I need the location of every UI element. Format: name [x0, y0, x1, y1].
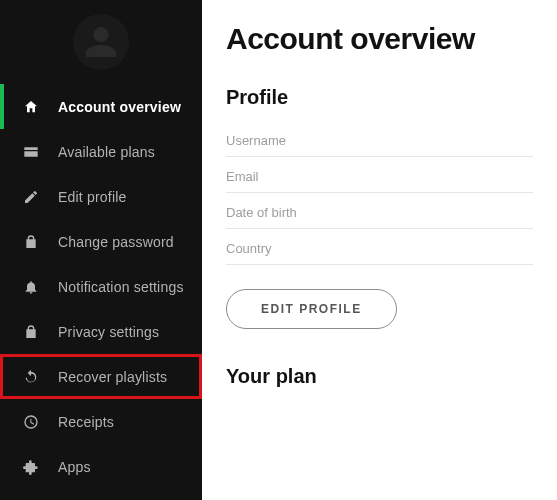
card-icon [22, 143, 40, 161]
refresh-icon [22, 368, 40, 386]
bell-icon [22, 278, 40, 296]
page-title: Account overview [226, 22, 533, 56]
sidebar-item-label: Receipts [58, 414, 114, 430]
avatar[interactable] [73, 14, 129, 70]
sidebar-item-change-password[interactable]: Change password [0, 219, 202, 264]
sidebar-item-account-overview[interactable]: Account overview [0, 84, 202, 129]
user-icon [83, 24, 119, 60]
avatar-container [0, 8, 202, 84]
sidebar-item-notification-settings[interactable]: Notification settings [0, 264, 202, 309]
sidebar-item-label: Recover playlists [58, 369, 167, 385]
sidebar-item-recover-playlists[interactable]: Recover playlists [0, 354, 202, 399]
pencil-icon [22, 188, 40, 206]
field-country-label: Country [226, 229, 533, 265]
sidebar-item-label: Apps [58, 459, 91, 475]
sidebar-item-privacy-settings[interactable]: Privacy settings [0, 309, 202, 354]
sidebar-item-edit-profile[interactable]: Edit profile [0, 174, 202, 219]
sidebar-nav: Account overview Available plans Edit pr… [0, 84, 202, 489]
sidebar-item-label: Account overview [58, 99, 181, 115]
lock-icon [22, 233, 40, 251]
profile-fields: Username Email Date of birth Country [226, 121, 533, 265]
field-username-label: Username [226, 121, 533, 157]
sidebar-item-label: Change password [58, 234, 174, 250]
sidebar-item-available-plans[interactable]: Available plans [0, 129, 202, 174]
field-email-label: Email [226, 157, 533, 193]
sidebar-item-label: Available plans [58, 144, 155, 160]
sidebar-item-apps[interactable]: Apps [0, 444, 202, 489]
profile-heading: Profile [226, 86, 533, 109]
field-dob-label: Date of birth [226, 193, 533, 229]
sidebar: Account overview Available plans Edit pr… [0, 0, 202, 500]
sidebar-item-receipts[interactable]: Receipts [0, 399, 202, 444]
sidebar-item-label: Notification settings [58, 279, 184, 295]
edit-profile-button[interactable]: EDIT PROFILE [226, 289, 397, 329]
lock-icon [22, 323, 40, 341]
main-content: Account overview Profile Username Email … [202, 0, 557, 500]
home-icon [22, 98, 40, 116]
clock-icon [22, 413, 40, 431]
puzzle-icon [22, 458, 40, 476]
plan-heading: Your plan [226, 365, 533, 388]
sidebar-item-label: Privacy settings [58, 324, 159, 340]
sidebar-item-label: Edit profile [58, 189, 127, 205]
